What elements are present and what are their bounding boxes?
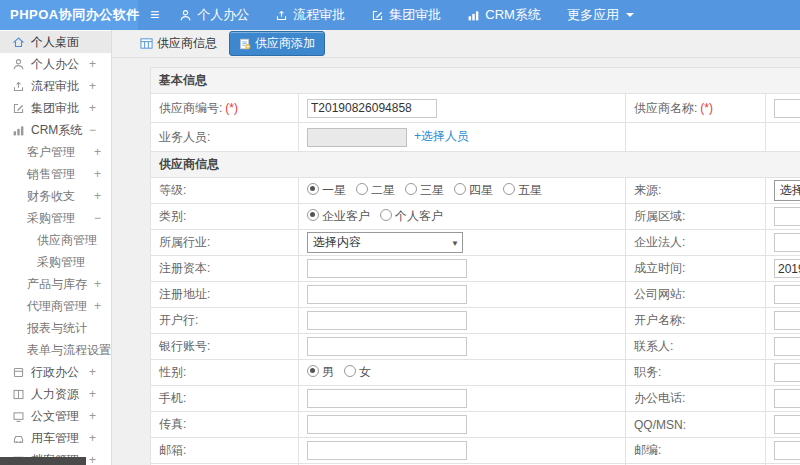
radio-option[interactable]: 男 (307, 365, 334, 379)
sidebar-item[interactable]: 产品与库存+ (0, 273, 111, 295)
expand-icon[interactable]: + (94, 295, 101, 317)
sidebar-item[interactable]: 代理商管理+ (0, 295, 111, 317)
radio-option[interactable]: 三星 (405, 183, 444, 197)
sidebar-item[interactable]: 供应商管理 (0, 229, 111, 251)
select-person-link[interactable]: +选择人员 (414, 129, 469, 143)
text-input[interactable] (774, 233, 800, 252)
radio-option[interactable]: 二星 (356, 183, 395, 197)
sidebar-item[interactable]: 财务收支+ (0, 185, 111, 207)
field-label: 业务人员: (151, 123, 299, 152)
text-input[interactable] (307, 415, 467, 434)
expand-icon[interactable]: + (94, 163, 101, 185)
field-cell (299, 308, 626, 334)
text-input[interactable] (307, 311, 467, 330)
expand-icon[interactable]: + (89, 75, 96, 97)
expand-icon[interactable]: + (89, 405, 96, 427)
expand-icon[interactable]: + (89, 53, 96, 75)
text-input[interactable] (307, 285, 467, 304)
hamburger-menu-icon[interactable]: ≡ (150, 0, 159, 30)
expand-icon[interactable]: + (89, 449, 96, 465)
text-input[interactable] (774, 259, 800, 278)
sidebar-item[interactable]: 用车管理+ (0, 427, 111, 449)
user-icon (179, 9, 192, 22)
expand-icon[interactable]: + (89, 361, 96, 383)
expand-icon[interactable]: + (89, 383, 96, 405)
field-cell (766, 438, 800, 464)
label-text: 公司网站: (634, 287, 685, 301)
label-text: 所属区域: (634, 209, 685, 223)
expand-icon[interactable]: + (89, 97, 96, 119)
select[interactable]: 选择内容▼ (774, 180, 800, 201)
text-input[interactable] (774, 207, 800, 226)
adddoc-icon (239, 38, 251, 50)
sidebar-item[interactable]: 个人办公+ (0, 53, 111, 75)
flow-icon (12, 80, 25, 93)
text-input[interactable] (307, 441, 467, 460)
radio-option[interactable]: 女 (344, 365, 371, 379)
text-input[interactable] (307, 99, 437, 118)
text-input[interactable] (774, 311, 800, 330)
text-input[interactable] (774, 441, 800, 460)
text-input[interactable] (774, 363, 800, 382)
label-text: 性别: (159, 365, 186, 379)
field-cell: 一星二星三星四星五星 (299, 178, 626, 204)
expand-icon[interactable]: + (94, 273, 101, 295)
sidebar-item[interactable]: 集团审批+ (0, 97, 111, 119)
tab[interactable]: 供应商信息 (136, 32, 221, 55)
text-input[interactable] (307, 389, 467, 408)
sidebar-item[interactable]: CRM系统− (0, 119, 111, 141)
top-menu-item[interactable]: 个人办公 (179, 6, 249, 24)
radio-option[interactable]: 一星 (307, 183, 346, 197)
tab-active[interactable]: 供应商添加 (229, 31, 325, 56)
text-input[interactable] (774, 415, 800, 434)
sidebar-item-label: 产品与库存 (27, 273, 87, 295)
top-menu-item[interactable]: 更多应用 (567, 6, 634, 24)
sidebar-item[interactable]: 行政办公+ (0, 361, 111, 383)
top-menu-item[interactable]: CRM系统 (467, 6, 541, 24)
expand-icon[interactable]: + (94, 141, 101, 163)
sidebar-item[interactable]: 采购管理− (0, 207, 111, 229)
radio-label: 五星 (518, 183, 542, 197)
sidebar-item[interactable]: 客户管理+ (0, 141, 111, 163)
text-input[interactable] (774, 389, 800, 408)
expand-icon[interactable]: + (89, 427, 96, 449)
sidebar-item[interactable]: 公文管理+ (0, 405, 111, 427)
sidebar-item[interactable]: 表单与流程设置+ (0, 339, 111, 361)
select[interactable]: 选择内容▼ (307, 232, 463, 253)
sidebar-item[interactable]: 个人桌面 (0, 31, 111, 53)
sidebar-item-label: 用车管理 (31, 427, 79, 449)
collapse-icon[interactable]: − (89, 119, 96, 141)
radio-option[interactable]: 四星 (454, 183, 493, 197)
field-cell: 选择内容▼ (766, 178, 800, 204)
sidebar-item[interactable]: 销售管理+ (0, 163, 111, 185)
label-text: 企业法人: (634, 235, 685, 249)
radio-option[interactable]: 企业客户 (307, 209, 370, 223)
radio-option[interactable]: 个人客户 (380, 209, 443, 223)
expand-icon[interactable]: + (94, 185, 101, 207)
top-menu-item[interactable]: 流程审批 (275, 6, 345, 24)
edit-icon (12, 102, 25, 115)
field-cell (766, 360, 800, 386)
top-menu-item[interactable]: 集团审批 (371, 6, 441, 24)
text-input[interactable] (774, 285, 800, 304)
form-row: 类别:企业客户个人客户所属区域: (151, 204, 800, 230)
sidebar-item[interactable]: 采购管理 (0, 251, 111, 273)
section-title: 供应商信息 (151, 152, 800, 178)
collapse-icon[interactable]: − (94, 207, 101, 229)
text-input[interactable] (307, 337, 467, 356)
text-input[interactable] (307, 128, 407, 147)
label-text: 供应商名称: (634, 101, 697, 115)
form-row: 传真:QQ/MSN: (151, 412, 800, 438)
label-text: 传真: (159, 417, 186, 431)
form-row: 性别:男女职务: (151, 360, 800, 386)
text-input[interactable] (307, 259, 467, 278)
field-label: 公司网站: (626, 282, 766, 308)
text-input[interactable] (774, 337, 800, 356)
sidebar-item-label: 行政办公 (31, 361, 79, 383)
sidebar-item[interactable]: 流程审批+ (0, 75, 111, 97)
sidebar-item[interactable]: 人力资源+ (0, 383, 111, 405)
field-cell: 选择内容▼ (299, 230, 626, 256)
text-input[interactable] (774, 99, 800, 118)
radio-option[interactable]: 五星 (503, 183, 542, 197)
sidebar-item[interactable]: 报表与统计 (0, 317, 111, 339)
